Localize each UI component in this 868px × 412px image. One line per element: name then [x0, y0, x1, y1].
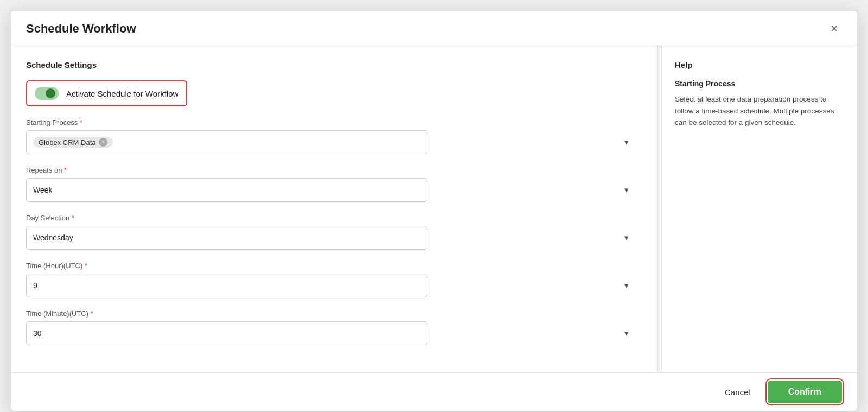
time-minute-group: Time (Minute)(UTC) * 30 051015 20253540 … — [26, 309, 637, 345]
toggle-label: Activate Schedule for Workflow — [66, 89, 178, 98]
modal-header: Schedule Workflow × — [11, 11, 857, 45]
schedule-workflow-modal: Schedule Workflow × Schedule Settings Ac… — [11, 11, 857, 411]
scrollbar-divider — [658, 45, 662, 372]
close-button[interactable]: × — [826, 21, 842, 37]
time-minute-label: Time (Minute)(UTC) * — [26, 309, 637, 318]
starting-process-wrapper: Globex CRM Data × ▼ — [26, 130, 637, 154]
time-minute-wrapper: 30 051015 20253540 455055 ▼ — [26, 321, 637, 345]
help-panel: Help Starting Process Select at least on… — [662, 45, 857, 372]
time-hour-group: Time (Hour)(UTC) * 9 0123 4567 8101112 ▼ — [26, 262, 637, 297]
starting-process-label: Starting Process * — [26, 118, 637, 126]
starting-process-group: Starting Process * Globex CRM Data × ▼ — [26, 118, 637, 154]
repeats-on-select[interactable]: Week Day Month — [26, 178, 427, 202]
help-title: Help — [675, 60, 844, 69]
toggle-thumb — [46, 88, 55, 98]
repeats-on-group: Repeats on * Week Day Month ▼ — [26, 166, 637, 202]
time-minute-chevron-icon: ▼ — [623, 329, 630, 338]
day-selection-chevron-icon: ▼ — [623, 234, 630, 242]
day-selection-select[interactable]: Wednesday Monday Tuesday Thursday Friday… — [26, 226, 427, 250]
starting-process-select[interactable]: Globex CRM Data × — [26, 130, 427, 154]
tag-close-button[interactable]: × — [99, 138, 107, 147]
activate-toggle[interactable] — [35, 87, 59, 100]
starting-process-tag: Globex CRM Data × — [33, 137, 113, 148]
cancel-button[interactable]: Cancel — [715, 382, 760, 402]
activate-toggle-row: Activate Schedule for Workflow — [26, 80, 187, 106]
time-hour-wrapper: 9 0123 4567 8101112 ▼ — [26, 274, 637, 297]
help-section-title: Starting Process — [675, 79, 844, 88]
day-selection-group: Day Selection * Wednesday Monday Tuesday… — [26, 214, 637, 250]
time-hour-select[interactable]: 9 0123 4567 8101112 — [26, 274, 427, 297]
day-selection-label: Day Selection * — [26, 214, 637, 222]
repeats-on-chevron-icon: ▼ — [623, 186, 630, 194]
help-text: Select at least one data preparation pro… — [675, 93, 844, 129]
confirm-button[interactable]: Confirm — [768, 381, 842, 403]
modal-footer: Cancel Confirm — [11, 372, 857, 411]
main-panel: Schedule Settings Activate Schedule for … — [11, 45, 658, 372]
time-hour-chevron-icon: ▼ — [623, 282, 630, 290]
day-selection-wrapper: Wednesday Monday Tuesday Thursday Friday… — [26, 226, 637, 250]
time-hour-label: Time (Hour)(UTC) * — [26, 262, 637, 270]
section-title: Schedule Settings — [26, 60, 637, 69]
time-minute-select[interactable]: 30 051015 20253540 455055 — [26, 321, 427, 345]
starting-process-chevron-icon: ▼ — [623, 138, 630, 147]
modal-body: Schedule Settings Activate Schedule for … — [11, 45, 857, 372]
repeats-on-label: Repeats on * — [26, 166, 637, 174]
repeats-on-wrapper: Week Day Month ▼ — [26, 178, 637, 202]
modal-title: Schedule Workflow — [26, 22, 136, 36]
